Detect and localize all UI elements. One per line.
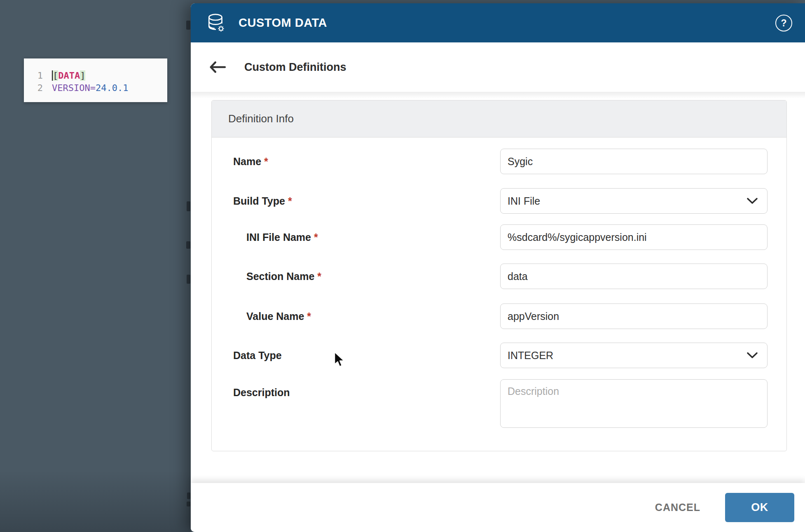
chevron-down-icon xyxy=(746,352,758,359)
field-row-data-type: Data Type INTEGER xyxy=(212,343,786,368)
build-type-label: Build Type* xyxy=(233,195,292,207)
field-row-build-type: Build Type* INI File xyxy=(212,188,786,214)
dialog-footer: CANCEL OK xyxy=(191,483,805,532)
data-type-select[interactable]: INTEGER xyxy=(500,343,768,368)
occluded-text-fragment xyxy=(187,275,190,284)
code-token-key: VERSION xyxy=(52,83,90,93)
question-mark-icon: ? xyxy=(781,17,786,28)
occluded-text-fragment xyxy=(186,21,190,30)
dialog-title: CUSTOM DATA xyxy=(239,16,327,30)
field-row-section-name: Section Name* xyxy=(212,264,786,289)
dialog-header: CUSTOM DATA ? xyxy=(191,3,805,42)
name-label: Name* xyxy=(233,156,268,168)
code-line: 2VERSION=24.0.1 xyxy=(24,82,167,94)
occluded-text-fragment xyxy=(186,241,190,249)
definition-info-panel: Definition Info Name* Build Type* INI Fi… xyxy=(211,100,787,451)
ok-button[interactable]: OK xyxy=(725,493,794,522)
code-token-bracket: ] xyxy=(80,70,85,81)
field-row-name: Name* xyxy=(212,149,786,174)
field-row-ini-file-name: INI File Name* xyxy=(212,224,786,250)
code-token-equals: = xyxy=(90,83,96,93)
occluded-text-fragment xyxy=(187,201,190,211)
line-number: 1 xyxy=(32,70,43,81)
field-row-description: Description xyxy=(212,379,786,428)
required-asterisk: * xyxy=(307,310,311,322)
subheader-shadow xyxy=(191,92,805,98)
ini-file-name-input[interactable] xyxy=(500,224,768,250)
description-label: Description xyxy=(233,387,290,399)
back-arrow-icon[interactable] xyxy=(209,61,226,73)
ini-code-editor[interactable]: 1[DATA] 2VERSION=24.0.1 xyxy=(24,58,167,102)
chevron-down-icon xyxy=(746,198,758,205)
code-token-number: 24.0.1 xyxy=(96,83,128,93)
required-asterisk: * xyxy=(288,195,292,207)
code-line: 1[DATA] xyxy=(24,69,167,82)
page-title: Custom Definitions xyxy=(244,61,346,74)
value-name-label: Value Name* xyxy=(246,310,311,322)
help-button[interactable]: ? xyxy=(775,14,792,31)
custom-data-dialog: CUSTOM DATA ? Custom Definitions Definit… xyxy=(191,3,805,532)
cancel-button[interactable]: CANCEL xyxy=(649,497,706,518)
build-type-value: INI File xyxy=(508,195,540,207)
required-asterisk: * xyxy=(264,156,268,167)
build-type-select[interactable]: INI File xyxy=(500,188,768,214)
ini-file-name-label: INI File Name* xyxy=(246,231,318,243)
occluded-text-fragment xyxy=(187,502,190,506)
name-input[interactable] xyxy=(500,149,768,174)
dialog-subheader: Custom Definitions xyxy=(191,42,805,92)
occluded-text-fragment xyxy=(187,492,190,499)
description-textarea[interactable] xyxy=(500,379,768,428)
scrim-bottom-shade xyxy=(0,470,191,532)
required-asterisk: * xyxy=(314,231,318,243)
page: { "header": { "title": "CUSTOM DATA", "h… xyxy=(0,0,805,532)
value-name-input[interactable] xyxy=(500,303,768,329)
panel-header: Definition Info xyxy=(212,100,786,138)
code-token-bracket: [ xyxy=(53,70,58,81)
section-name-label: Section Name* xyxy=(246,271,321,282)
database-gear-icon xyxy=(207,13,226,33)
panel-title: Definition Info xyxy=(228,112,294,125)
line-number: 2 xyxy=(32,83,43,93)
data-type-label: Data Type xyxy=(233,350,282,362)
code-token-section: DATA xyxy=(58,70,80,81)
section-name-input[interactable] xyxy=(500,264,768,289)
data-type-value: INTEGER xyxy=(508,350,553,362)
field-row-value-name: Value Name* xyxy=(212,303,786,329)
required-asterisk: * xyxy=(317,271,321,282)
